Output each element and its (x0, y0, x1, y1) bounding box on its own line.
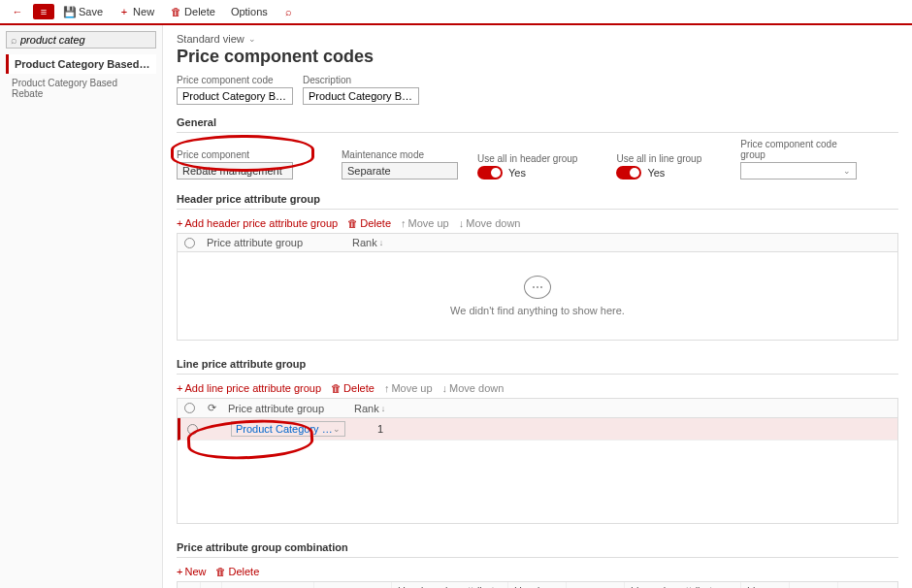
search-icon: ⌕ (11, 34, 17, 46)
trash-icon: 🗑 (331, 382, 342, 394)
header-group-title: Header price attribute group (177, 189, 898, 210)
content: ⌕ Product Category Based Reb... Product … (0, 25, 912, 588)
move-up-button[interactable]: ↑Move up (401, 217, 449, 229)
rank-cell: 1 (351, 418, 409, 440)
line-group-row[interactable]: Product Category PA ...⌄ 1 (178, 418, 897, 441)
combination-actions: +New 🗑Delete (177, 564, 898, 579)
row-select[interactable] (180, 418, 204, 440)
desc-field: Description (303, 75, 419, 105)
desc-input[interactable] (303, 87, 419, 105)
sort-down-icon: ↓ (381, 404, 386, 413)
save-icon: 💾 (64, 6, 76, 17)
delete-header-group-button[interactable]: 🗑Delete (347, 217, 391, 229)
new-comb-button[interactable]: +New (177, 566, 206, 577)
plus-icon: + (118, 6, 130, 17)
desc-label: Description (303, 75, 419, 85)
delete-line-group-button[interactable]: 🗑Delete (331, 382, 375, 394)
chevron-down-icon: ⌄ (333, 424, 341, 434)
standard-view[interactable]: Standard view⌄ (177, 33, 256, 45)
code-input[interactable] (177, 87, 293, 105)
empty-text: We didn't find anything to show here. (450, 305, 625, 316)
line-pag-col[interactable]: Line price attribute group (625, 582, 741, 588)
delete-comb-button[interactable]: 🗑Delete (215, 566, 259, 577)
maint-mode-field: Maintenance mode Separate (342, 149, 439, 180)
line-rank-col[interactable]: Line rank (741, 582, 790, 588)
delete-label: Delete (184, 6, 215, 17)
options-button[interactable]: Options (225, 4, 274, 19)
general-grid: Price component Rebate management Mainte… (177, 139, 898, 180)
back-button[interactable]: ← (6, 4, 29, 19)
new-button[interactable]: +New (113, 4, 160, 19)
maint-mode-dropdown[interactable]: Separate (342, 162, 458, 180)
code-field: Price component code (177, 75, 293, 105)
arrow-up-icon: ↑ (384, 382, 390, 394)
sidebar-item-sub[interactable]: Product Category Based Rebate (6, 74, 156, 103)
search-button[interactable]: ⌕ (277, 4, 301, 19)
header-group-actions: +Add header price attribute group 🗑Delet… (177, 215, 898, 231)
general-title: General (177, 113, 898, 133)
use-all-header-label: Use all in header group (477, 153, 577, 164)
name-col[interactable]: Name (222, 582, 314, 588)
reload-col[interactable] (201, 582, 222, 588)
chevron-down-icon: ⌄ (843, 166, 851, 176)
use-all-line-label: Use all in line group (616, 153, 701, 164)
options-label: Options (231, 6, 268, 17)
sidebar-search-input[interactable] (20, 34, 151, 46)
rank-col[interactable]: Rank ↓ (346, 234, 405, 251)
use-all-line-toggle[interactable] (616, 166, 641, 180)
use-all-line-value: Yes (647, 167, 665, 179)
select-col[interactable] (178, 582, 201, 588)
arrow-down-icon: ↓ (459, 217, 465, 229)
plus-icon: + (177, 566, 182, 577)
code-label: Price component code (177, 75, 293, 85)
use-all-header-toggle[interactable] (477, 166, 503, 180)
line-group-title: Line price attribute group (177, 354, 898, 375)
combi-col[interactable]: Combi... ↓ (790, 582, 838, 588)
header-pag-col[interactable]: Header price attribute group (392, 582, 508, 588)
sidebar-search[interactable]: ⌕ (6, 31, 156, 49)
move-up-line-button[interactable]: ↑Move up (384, 382, 433, 394)
header-rank-col[interactable]: Header rank (508, 582, 567, 588)
code-group-dropdown[interactable]: ⌄ (740, 162, 857, 180)
header-type-col[interactable]: Header type (314, 582, 392, 588)
pag-dropdown[interactable]: Product Category PA ...⌄ (231, 421, 345, 437)
search-icon: ⌕ (283, 6, 295, 17)
edit-button[interactable]: ≡ (33, 4, 54, 19)
empty-state: ⋯ We didn't find anything to show here. (178, 252, 897, 340)
use-all-header-value: Yes (508, 167, 526, 179)
delete-button[interactable]: 🗑Delete (164, 4, 221, 19)
price-component-dropdown[interactable]: Rebate management (177, 162, 293, 180)
move-down-button[interactable]: ↓Move down (459, 217, 521, 229)
pag-col[interactable]: Price attribute group (201, 234, 346, 251)
plus-icon: + (177, 382, 182, 394)
use-all-header-field: Use all in header group Yes (477, 153, 577, 180)
line-group-grid: ⟳ Price attribute group Rank ↓ Product C… (177, 398, 898, 524)
use-all-line-field: Use all in line group Yes (616, 153, 701, 180)
add-header-group-button[interactable]: +Add header price attribute group (177, 217, 338, 229)
save-label: Save (79, 6, 103, 17)
new-label: New (133, 6, 154, 17)
pag-col[interactable]: Price attribute group (222, 399, 348, 417)
sidebar: ⌕ Product Category Based Reb... Product … (0, 25, 163, 588)
empty-icon: ⋯ (524, 276, 551, 299)
price-component-label: Price component (177, 149, 303, 160)
save-button[interactable]: 💾Save (58, 4, 109, 19)
trash-icon: 🗑 (215, 566, 226, 577)
reload-col[interactable]: ⟳ (201, 399, 222, 417)
arrow-down-icon: ↓ (442, 382, 448, 394)
select-col[interactable] (178, 234, 201, 251)
sidebar-item-active[interactable]: Product Category Based Reb... (6, 54, 156, 74)
rank-col[interactable]: Rank ↓ (348, 399, 407, 417)
header-group-head: Price attribute group Rank ↓ (178, 234, 897, 252)
combination-head: Name Header type Header price attribute … (178, 582, 897, 588)
select-col[interactable] (178, 399, 201, 417)
add-line-group-button[interactable]: +Add line price attribute group (177, 382, 321, 394)
line-type-col[interactable]: Line type (567, 582, 625, 588)
line-group-head: ⟳ Price attribute group Rank ↓ (178, 399, 897, 418)
arrow-left-icon: ← (12, 6, 23, 17)
chevron-down-icon: ⌄ (248, 34, 256, 44)
move-down-line-button[interactable]: ↓Move down (442, 382, 505, 394)
main: Standard view⌄ Price component codes Pri… (163, 25, 912, 588)
sort-down-icon: ↓ (379, 238, 384, 247)
code-group-label: Price component code group (740, 139, 857, 160)
